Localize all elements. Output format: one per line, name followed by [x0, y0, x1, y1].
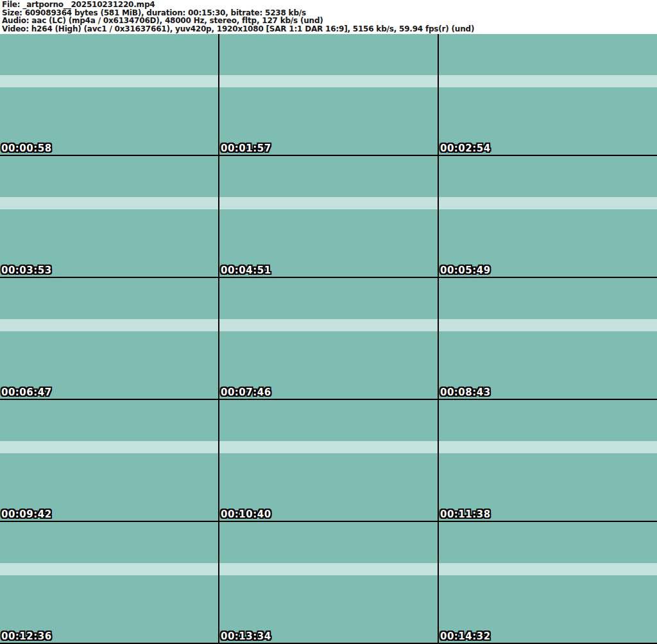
- media-info-header: File: _artporno__202510231220.mp4 Size: …: [0, 0, 657, 34]
- timestamp-overlay: 00:10:40: [221, 509, 271, 520]
- timestamp-overlay: 00:03:53: [1, 265, 52, 276]
- video-thumbnail: 00:02:54: [439, 34, 657, 155]
- timestamp-overlay: 00:05:49: [440, 265, 491, 276]
- video-contact-sheet: File: _artporno__202510231220.mp4 Size: …: [0, 0, 657, 644]
- placeholder-highlight-band: [0, 441, 218, 453]
- placeholder-highlight-band: [439, 441, 657, 453]
- video-thumbnail: 00:11:38: [439, 400, 657, 521]
- video-thumbnail: 00:09:42: [0, 400, 218, 521]
- video-thumbnail: 00:14:32: [439, 522, 657, 643]
- video-thumbnail: 00:06:47: [0, 278, 218, 399]
- video-thumbnail: 00:01:57: [219, 34, 438, 155]
- placeholder-highlight-band: [219, 563, 438, 575]
- file-name-line: File: _artporno__202510231220.mp4: [2, 1, 655, 9]
- placeholder-highlight-band: [0, 75, 218, 87]
- video-codec-line: Video: h264 (High) (avc1 / 0x31637661), …: [2, 25, 655, 33]
- timestamp-overlay: 00:11:38: [440, 509, 491, 520]
- timestamp-overlay: 00:06:47: [1, 387, 52, 398]
- placeholder-highlight-band: [0, 319, 218, 331]
- placeholder-highlight-band: [0, 563, 218, 575]
- placeholder-highlight-band: [439, 75, 657, 87]
- placeholder-highlight-band: [439, 319, 657, 331]
- video-thumbnail: 00:07:46: [219, 278, 438, 399]
- timestamp-overlay: 00:13:34: [221, 631, 271, 642]
- video-thumbnail: 00:05:49: [439, 156, 657, 277]
- timestamp-overlay: 00:12:36: [1, 631, 52, 642]
- placeholder-highlight-band: [219, 75, 438, 87]
- timestamp-overlay: 00:02:54: [440, 143, 491, 154]
- video-thumbnail: 00:04:51: [219, 156, 438, 277]
- timestamp-overlay: 00:01:57: [221, 143, 271, 154]
- video-thumbnail: 00:12:36: [0, 522, 218, 643]
- video-thumbnail: 00:08:43: [439, 278, 657, 399]
- audio-codec-line: Audio: aac (LC) (mp4a / 0x6134706D), 480…: [2, 17, 655, 25]
- timestamp-overlay: 00:14:32: [440, 631, 491, 642]
- placeholder-highlight-band: [439, 563, 657, 575]
- video-thumbnail: 00:03:53: [0, 156, 218, 277]
- video-thumbnail: 00:00:58: [0, 34, 218, 155]
- timestamp-overlay: 00:08:43: [440, 387, 491, 398]
- timestamp-overlay: 00:07:46: [221, 387, 271, 398]
- placeholder-highlight-band: [219, 441, 438, 453]
- video-thumbnail: 00:13:34: [219, 522, 438, 643]
- placeholder-highlight-band: [219, 197, 438, 209]
- timestamp-overlay: 00:00:58: [1, 143, 52, 154]
- timestamp-overlay: 00:09:42: [1, 509, 52, 520]
- timestamp-overlay: 00:04:51: [221, 265, 271, 276]
- video-thumbnail: 00:10:40: [219, 400, 438, 521]
- placeholder-highlight-band: [0, 197, 218, 209]
- thumbnail-grid: 00:00:5800:01:5700:02:5400:03:5300:04:51…: [0, 34, 657, 643]
- placeholder-highlight-band: [219, 319, 438, 331]
- placeholder-highlight-band: [439, 197, 657, 209]
